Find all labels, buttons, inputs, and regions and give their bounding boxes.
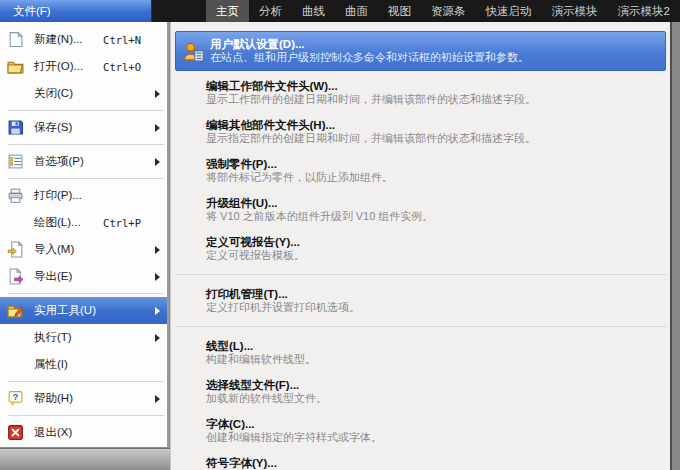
no-icon: [5, 356, 25, 373]
menu-item-execute[interactable]: 执行(T): [0, 324, 167, 351]
submenu-item-line-font[interactable]: 线型(L)... 构建和编辑软件线型。: [177, 339, 664, 366]
submenu-item-description: 创建和编辑指定的字符样式或字体。: [206, 431, 664, 444]
menu-item-label: 保存(S): [34, 120, 72, 135]
submenu-item-define-visual-reports[interactable]: 定义可视报告(Y)... 定义可视报告模板。: [177, 235, 664, 262]
tab-curve[interactable]: 曲线: [292, 0, 335, 22]
app-window: 文件(F) 主页 分析 曲线 曲面 视图 资源条 快速启动 演示模块 演示模块2…: [0, 0, 680, 470]
submenu-item-description: 显示工作部件的创建日期和时间，并编辑该部件的状态和描述字段。: [206, 93, 664, 106]
submenu-item-title: 打印机管理(T)...: [206, 287, 664, 301]
tab-analysis[interactable]: 分析: [249, 0, 292, 22]
submenu-item-title: 选择线型文件(F)...: [206, 378, 664, 392]
menu-item-plot[interactable]: 绘图(L)... Ctrl+P: [0, 209, 167, 236]
tab-view[interactable]: 视图: [378, 0, 421, 22]
submenu-item-title: 编辑工作部件文件头(W)...: [206, 79, 664, 93]
submenu-item-description: 在站点、组和用户级别控制众多命令和对话框的初始设置和参数。: [210, 51, 659, 64]
submenu-item-symbol-font[interactable]: 符号字体(Y)... 将线条对象和/或文本组合为类似图标的符号。: [177, 456, 664, 470]
menu-item-help[interactable]: ? 帮助(H): [0, 385, 167, 412]
menu-item-exit[interactable]: 退出(X): [0, 419, 167, 446]
submenu-item-title: 定义可视报告(Y)...: [206, 235, 664, 249]
submenu-caret-icon: [155, 307, 160, 315]
menu-separator: [8, 293, 164, 294]
submenu-item-title: 编辑其他部件文件头(H)...: [206, 118, 664, 132]
submenu-item-enforce-piece-part[interactable]: 强制零件(P)... 将部件标记为零件，以防止添加组件。: [177, 157, 664, 184]
tab-resource-bar[interactable]: 资源条: [421, 0, 476, 22]
submenu-item-description: 加载新的软件线型文件。: [206, 392, 664, 405]
export-icon: [5, 268, 25, 285]
submenu-item-title: 字体(C)...: [206, 417, 664, 431]
open-folder-icon: [5, 58, 25, 75]
file-menu-dropdown: 新建(N)... Ctrl+N 打开(O)... Ctrl+O 关闭(C) 保存…: [0, 22, 169, 448]
submenu-item-edit-other-part-header[interactable]: 编辑其他部件文件头(H)... 显示指定部件的创建日期和时间，并编辑该部件的状态…: [177, 118, 664, 145]
menu-item-label: 打开(O)...: [34, 59, 83, 74]
tab-demo-module[interactable]: 演示模块: [542, 0, 608, 22]
menu-item-preferences[interactable]: 首选项(P): [0, 148, 167, 175]
menu-item-export[interactable]: 导出(E): [0, 263, 167, 290]
submenu-caret-icon: [155, 395, 160, 403]
menu-item-new[interactable]: 新建(N)... Ctrl+N: [0, 26, 167, 53]
tab-home[interactable]: 主页: [206, 0, 249, 22]
submenu-item-description: 构建和编辑软件线型。: [206, 353, 664, 366]
utilities-icon: [5, 302, 25, 319]
submenu-caret-icon: [155, 246, 160, 254]
menu-item-shortcut: Ctrl+O: [103, 61, 141, 73]
printer-icon: [5, 187, 25, 204]
tab-demo-module2[interactable]: 演示模块2: [608, 0, 680, 22]
submenu-caret-icon: [155, 90, 160, 98]
menu-bottom-shadow: [0, 448, 170, 470]
menu-separator: [8, 415, 164, 416]
menu-item-close[interactable]: 关闭(C): [0, 80, 167, 107]
menu-item-print[interactable]: 打印(P)...: [0, 182, 167, 209]
menu-item-save[interactable]: 保存(S): [0, 114, 167, 141]
svg-text:?: ?: [12, 392, 18, 402]
menu-item-label: 退出(X): [34, 425, 72, 440]
menu-separator: [8, 144, 164, 145]
menu-item-open[interactable]: 打开(O)... Ctrl+O: [0, 53, 167, 80]
tab-quick-start[interactable]: 快速启动: [476, 0, 542, 22]
help-icon: ?: [5, 390, 25, 407]
menu-separator: [8, 110, 164, 111]
menu-separator: [8, 381, 164, 382]
submenu-caret-icon: [155, 124, 160, 132]
submenu-caret-icon: [155, 273, 160, 281]
menu-item-label: 属性(I): [34, 357, 68, 372]
tab-surface[interactable]: 曲面: [335, 0, 378, 22]
menu-item-shortcut: Ctrl+N: [103, 34, 141, 46]
menu-item-label: 新建(N)...: [34, 32, 83, 47]
submenu-item-font[interactable]: 字体(C)... 创建和编辑指定的字符样式或字体。: [177, 417, 664, 444]
submenu-separator: [175, 326, 666, 327]
no-icon: [5, 329, 25, 346]
submenu-item-edit-work-part-header[interactable]: 编辑工作部件文件头(W)... 显示工作部件的创建日期和时间，并编辑该部件的状态…: [177, 79, 664, 106]
submenu-item-title: 线型(L)...: [206, 339, 664, 353]
submenu-item-select-line-font-file[interactable]: 选择线型文件(F)... 加载新的软件线型文件。: [177, 378, 664, 405]
menu-item-utilities[interactable]: 实用工具(U): [0, 297, 167, 324]
no-icon: [5, 214, 25, 231]
file-menu-button[interactable]: 文件(F): [0, 0, 152, 22]
submenu-item-title: 强制零件(P)...: [206, 157, 664, 171]
submenu-item-upgrade-components[interactable]: 升级组件(U)... 将 V10 之前版本的组件升级到 V10 组件实例。: [177, 196, 664, 223]
submenu-item-customer-defaults[interactable]: 用户默认设置(D)... 在站点、组和用户级别控制众多命令和对话框的初始设置和参…: [175, 31, 666, 71]
menu-item-properties[interactable]: 属性(I): [0, 351, 167, 378]
submenu-item-printer-administration[interactable]: 打印机管理(T)... 定义打印机并设置打印机选项。: [177, 287, 664, 314]
menu-item-label: 执行(T): [34, 330, 72, 345]
menu-item-import[interactable]: 导入(M): [0, 236, 167, 263]
submenu-item-description: 将 V10 之前版本的组件升级到 V10 组件实例。: [206, 210, 664, 223]
menu-item-shortcut: Ctrl+P: [103, 217, 141, 229]
submenu-item-title: 升级组件(U)...: [206, 196, 664, 210]
exit-icon: [5, 424, 25, 441]
ribbon-topbar: 文件(F) 主页 分析 曲线 曲面 视图 资源条 快速启动 演示模块 演示模块2: [0, 0, 680, 22]
menu-item-label: 实用工具(U): [34, 303, 96, 318]
menu-item-label: 关闭(C): [34, 86, 73, 101]
no-icon: [5, 85, 25, 102]
ribbon-tabs: 主页 分析 曲线 曲面 视图 资源条 快速启动 演示模块 演示模块2: [206, 0, 680, 22]
user-defaults-icon: [181, 40, 205, 64]
submenu-item-title: 符号字体(Y)...: [206, 456, 664, 470]
preferences-icon: [5, 153, 25, 170]
menu-item-label: 导出(E): [34, 269, 72, 284]
submenu-separator: [175, 274, 666, 275]
submenu-item-description: 定义打印机并设置打印机选项。: [206, 301, 664, 314]
submenu-item-description: 定义可视报告模板。: [206, 249, 664, 262]
menu-item-label: 导入(M): [34, 242, 74, 257]
new-file-icon: [5, 31, 25, 48]
submenu-item-description: 将部件标记为零件，以防止添加组件。: [206, 171, 664, 184]
submenu-caret-icon: [155, 158, 160, 166]
